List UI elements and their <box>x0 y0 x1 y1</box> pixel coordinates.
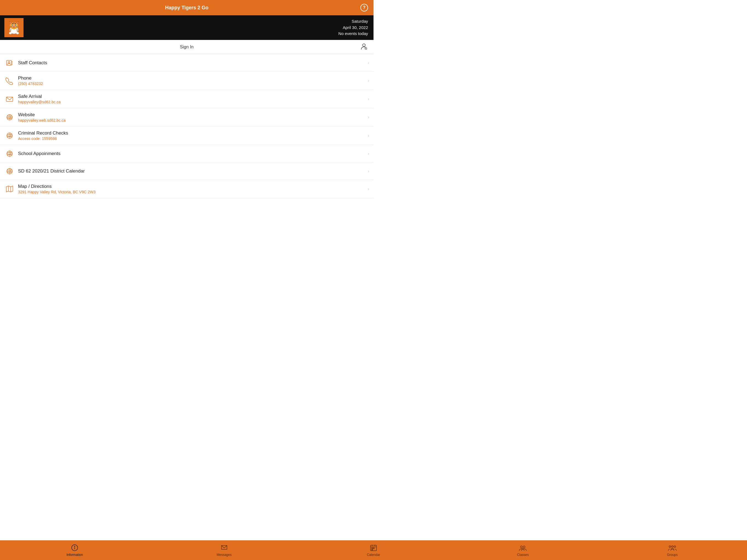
chevron-icon: › <box>368 78 369 83</box>
safe-arrival-title: Safe Arrival <box>18 94 369 99</box>
district-calendar-content: SD 62 2020/21 District Calendar <box>15 169 369 174</box>
sub-header: Saturday April 30, 2022 No events today <box>0 15 374 40</box>
top-header: Happy Tigers 2 Go ? <box>0 0 374 15</box>
app-title: Happy Tigers 2 Go <box>165 5 209 11</box>
svg-point-23 <box>9 32 12 34</box>
phone-content: Phone (250) 4783232 <box>15 75 369 86</box>
list-item-staff-contacts[interactable]: Staff Contacts › <box>0 54 374 72</box>
map-directions-title: Map / Directions <box>18 184 369 189</box>
school-appointments-title: School Appoinments <box>18 151 369 156</box>
contacts-icon <box>4 59 15 67</box>
criminal-record-title: Criminal Record Checks <box>18 130 369 136</box>
staff-contacts-title: Staff Contacts <box>18 60 369 66</box>
list-item-district-calendar[interactable]: SD 62 2020/21 District Calendar › <box>0 162 374 180</box>
criminal-record-icon <box>4 132 15 139</box>
chevron-icon: › <box>368 151 369 156</box>
svg-point-12 <box>12 25 13 26</box>
map-icon <box>4 185 15 193</box>
signin-label: Sign In <box>180 45 194 50</box>
list-item-phone[interactable]: Phone (250) 4783232 › <box>0 72 374 90</box>
chevron-icon: › <box>368 97 369 101</box>
help-icon: ? <box>360 4 368 11</box>
list-item-criminal-record[interactable]: Criminal Record Checks Access code: 1559… <box>0 127 374 145</box>
website-content: Website happyvalley.web.sd62.bc.ca <box>15 112 369 123</box>
help-button[interactable]: ? <box>360 4 368 11</box>
school-logo <box>4 18 24 37</box>
date-line2: April 30, 2022 <box>338 25 368 31</box>
school-appointments-content: School Appoinments <box>15 151 369 156</box>
list-item-safe-arrival[interactable]: Safe Arrival happyvalley@sd62.bc.ca › <box>0 90 374 108</box>
svg-point-38 <box>7 169 12 174</box>
map-directions-content: Map / Directions 3291 Happy Valley Rd, V… <box>15 184 369 194</box>
chevron-icon: › <box>368 186 369 192</box>
svg-point-25 <box>363 44 365 47</box>
user-settings-button[interactable] <box>360 42 368 52</box>
svg-marker-39 <box>6 186 13 192</box>
website-link-icon <box>4 113 15 121</box>
district-calendar-icon <box>4 167 15 175</box>
map-directions-address: 3291 Happy Valley Rd, Victoria, BC V9C 2… <box>18 190 369 194</box>
date-line1: Saturday <box>338 18 368 25</box>
list-item-map-directions[interactable]: Map / Directions 3291 Happy Valley Rd, V… <box>0 180 374 198</box>
date-info: Saturday April 30, 2022 No events today <box>338 18 368 37</box>
svg-point-16 <box>13 26 15 27</box>
criminal-record-content: Criminal Record Checks Access code: 1559… <box>15 130 369 141</box>
phone-icon <box>4 77 15 84</box>
website-url: happyvalley.web.sd62.bc.ca <box>18 118 369 123</box>
website-title: Website <box>18 112 369 118</box>
svg-point-30 <box>8 61 10 63</box>
safe-arrival-email: happyvalley@sd62.bc.ca <box>18 100 369 104</box>
chevron-icon: › <box>368 115 369 120</box>
chevron-icon: › <box>368 169 369 174</box>
district-calendar-title: SD 62 2020/21 District Calendar <box>18 169 369 174</box>
svg-point-13 <box>15 25 16 26</box>
phone-number: (250) 4783232 <box>18 81 369 86</box>
signin-bar[interactable]: Sign In <box>0 40 374 54</box>
svg-point-36 <box>7 133 12 138</box>
list-item-website[interactable]: Website happyvalley.web.sd62.bc.ca › <box>0 108 374 127</box>
svg-point-37 <box>7 151 12 156</box>
safe-arrival-content: Safe Arrival happyvalley@sd62.bc.ca <box>15 94 369 104</box>
staff-contacts-content: Staff Contacts <box>15 60 369 66</box>
school-appointments-icon <box>4 150 15 157</box>
chevron-icon: › <box>368 133 369 138</box>
chevron-icon: › <box>368 60 369 65</box>
criminal-record-code: Access code: 1559598 <box>18 136 369 141</box>
date-line3: No events today <box>338 31 368 37</box>
email-icon <box>4 95 15 103</box>
phone-title: Phone <box>18 75 369 81</box>
svg-point-35 <box>7 114 12 120</box>
info-list: Staff Contacts › Phone (250) 4783232 › S… <box>0 54 374 260</box>
svg-point-24 <box>16 32 19 34</box>
list-item-school-appointments[interactable]: School Appoinments › <box>0 145 374 162</box>
